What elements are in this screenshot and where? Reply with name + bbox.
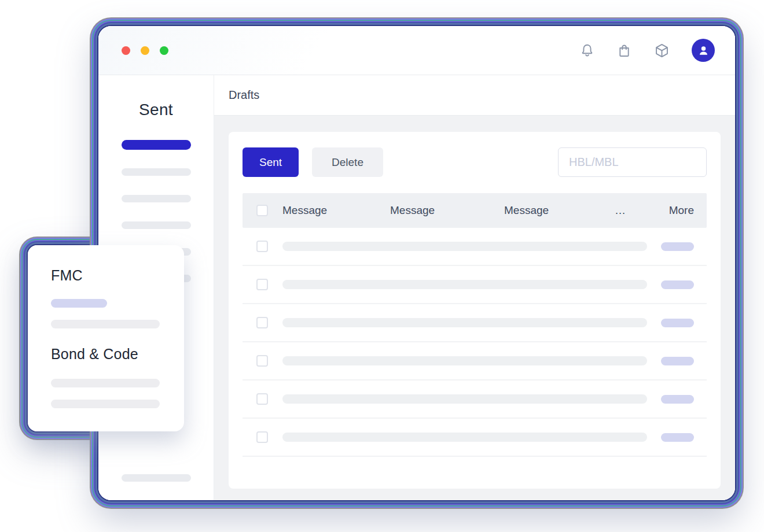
delete-button[interactable]: Delete xyxy=(312,147,383,177)
row-skeleton-bar xyxy=(282,318,647,327)
bond-code-title: Bond & Code xyxy=(51,346,184,363)
user-avatar[interactable] xyxy=(692,39,715,62)
row-more-pill[interactable] xyxy=(661,319,694,327)
shopping-bag-icon[interactable] xyxy=(616,43,632,58)
column-header-message-3: Message xyxy=(504,204,615,217)
column-header-ellipsis: … xyxy=(615,204,663,217)
table-card: Sent Delete Message Message Message … Mo… xyxy=(229,132,721,489)
bond-code-skeleton-1 xyxy=(51,379,160,387)
sent-button[interactable]: Sent xyxy=(243,147,299,177)
page-title: Drafts xyxy=(229,88,259,102)
package-box-icon[interactable] xyxy=(653,42,670,59)
row-more-pill[interactable] xyxy=(661,357,694,365)
sidebar-bottom-skeleton[interactable] xyxy=(122,474,191,482)
table-row[interactable] xyxy=(243,342,707,380)
content-area: Sent Delete Message Message Message … Mo… xyxy=(214,116,735,500)
topbar-icons xyxy=(579,39,715,62)
sidebar-skeleton-item[interactable] xyxy=(122,221,191,229)
row-checkbox[interactable] xyxy=(256,317,268,328)
table-row[interactable] xyxy=(243,304,707,342)
row-checkbox[interactable] xyxy=(256,241,268,252)
person-icon xyxy=(697,44,710,57)
table-row[interactable] xyxy=(243,380,707,419)
table-row[interactable] xyxy=(243,419,707,457)
column-header-more: More xyxy=(669,204,694,217)
fmc-title: FMC xyxy=(51,267,184,284)
row-more-pill[interactable] xyxy=(661,433,694,442)
main-panel: Drafts Sent Delete Message Message Messa… xyxy=(214,75,735,500)
row-checkbox[interactable] xyxy=(256,393,268,405)
floating-info-card: FMC Bond & Code xyxy=(28,245,184,431)
app-window: Sent Drafts Sent Delete xyxy=(98,26,735,500)
sidebar-skeleton-item[interactable] xyxy=(122,195,191,202)
row-more-pill[interactable] xyxy=(661,395,694,404)
column-header-message-2: Message xyxy=(390,204,504,217)
window-body: Sent Drafts Sent Delete xyxy=(98,75,735,500)
notification-bell-icon[interactable] xyxy=(579,43,595,58)
table-body xyxy=(243,228,707,457)
sidebar-active-indicator[interactable] xyxy=(122,140,191,150)
traffic-lights xyxy=(122,46,168,55)
row-more-pill[interactable] xyxy=(661,242,694,251)
page-header: Drafts xyxy=(214,75,735,116)
fmc-lavender-skeleton xyxy=(51,299,107,308)
row-checkbox[interactable] xyxy=(256,431,268,443)
row-checkbox[interactable] xyxy=(256,355,268,367)
hbl-mbl-search-input[interactable] xyxy=(558,147,707,177)
bond-code-skeleton-2 xyxy=(51,400,160,408)
table-row[interactable] xyxy=(243,228,707,266)
sidebar-skeleton-item[interactable] xyxy=(122,168,191,176)
window-topbar xyxy=(98,26,735,75)
row-skeleton-bar xyxy=(282,280,647,289)
row-skeleton-bar xyxy=(282,394,647,404)
row-skeleton-bar xyxy=(282,356,647,365)
select-all-checkbox[interactable] xyxy=(256,205,268,216)
toolbar: Sent Delete xyxy=(243,147,707,177)
row-skeleton-bar xyxy=(282,242,647,251)
table-header: Message Message Message … More xyxy=(243,193,707,228)
sidebar-title: Sent xyxy=(98,101,214,119)
fmc-gray-skeleton xyxy=(51,320,160,328)
minimize-button[interactable] xyxy=(141,46,149,55)
row-more-pill[interactable] xyxy=(661,280,694,289)
row-skeleton-bar xyxy=(282,433,647,442)
close-button[interactable] xyxy=(122,46,130,55)
row-checkbox[interactable] xyxy=(256,279,268,290)
zoom-button[interactable] xyxy=(160,46,168,55)
table-row[interactable] xyxy=(243,266,707,304)
column-header-message-1: Message xyxy=(282,204,390,217)
